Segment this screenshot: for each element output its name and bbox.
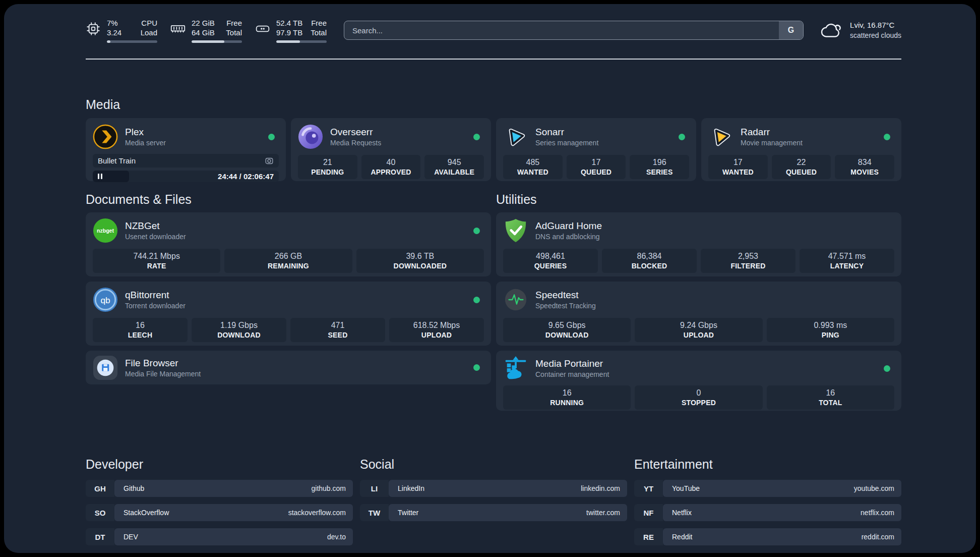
- developer-links-column: Developer GH Github github.com SO StackO…: [86, 446, 353, 552]
- app-card-radarr[interactable]: Radarr Movie management 17 WANTED 22 QUE…: [701, 118, 901, 181]
- link-github[interactable]: GH Github github.com: [86, 480, 353, 497]
- status-online-dot: [268, 134, 275, 140]
- cpu-progress-fill: [107, 40, 110, 43]
- top-bar: 7% 3.24 CPU Load: [86, 19, 901, 42]
- pause-icon[interactable]: [98, 174, 102, 179]
- social-links-column: Social LI LinkedIn linkedin.com TW Twitt…: [360, 446, 627, 552]
- app-name: Radarr: [741, 127, 803, 138]
- stat-label: RATE: [147, 262, 166, 270]
- app-card-filebrowser[interactable]: File Browser Media File Management: [86, 351, 491, 384]
- link-url: reddit.com: [862, 533, 894, 541]
- link-youtube[interactable]: YT YouTube youtube.com: [634, 480, 901, 497]
- stat-value: 17: [733, 158, 743, 167]
- cpu-progress-bar: [107, 40, 157, 43]
- stat-value: 0: [697, 388, 701, 398]
- dashboard-window: 7% 3.24 CPU Load: [4, 4, 976, 553]
- filebrowser-icon: [93, 355, 118, 380]
- app-description: DNS and adblocking: [535, 233, 602, 241]
- app-name: AdGuard Home: [535, 220, 602, 232]
- link-linkedin[interactable]: LI LinkedIn linkedin.com: [360, 480, 627, 497]
- stat-box: 485 WANTED: [503, 155, 563, 179]
- link-reddit[interactable]: RE Reddit reddit.com: [634, 528, 901, 545]
- status-online-dot: [473, 228, 480, 234]
- ram-free-label: Free: [226, 18, 242, 28]
- stat-label: DOWNLOADED: [394, 262, 447, 270]
- radarr-icon: [708, 124, 733, 149]
- ram-icon: [170, 21, 186, 36]
- section-title-social: Social: [360, 457, 627, 472]
- link-name: Twitter: [398, 509, 418, 517]
- stat-label: LEECH: [128, 331, 152, 339]
- disk-icon: [255, 21, 270, 36]
- nzbget-icon: nzbget: [93, 218, 118, 243]
- search-bar: G: [344, 21, 804, 40]
- stat-box: 498,461 QUERIES: [503, 249, 598, 273]
- app-card-speedtest[interactable]: Speedtest Speedtest Tracking 9.65 Gbps D…: [496, 282, 901, 346]
- plex-icon: [93, 124, 118, 149]
- disk-progress-bar: [276, 40, 327, 43]
- stat-value: 834: [858, 158, 872, 167]
- search-engine-button[interactable]: G: [779, 21, 803, 39]
- stat-box: 86,384 BLOCKED: [602, 249, 697, 273]
- link-abbr: GH: [86, 480, 114, 497]
- sonarr-icon: [503, 124, 528, 149]
- stat-value: 21: [323, 158, 332, 167]
- adguard-icon: [503, 218, 528, 243]
- section-title-entertainment: Entertainment: [634, 457, 901, 472]
- app-card-plex[interactable]: Plex Media server Bullet Train 24:44 / 0…: [86, 118, 286, 181]
- status-online-dot: [473, 364, 480, 371]
- link-name: StackOverflow: [124, 509, 169, 517]
- section-title-utilities: Utilities: [496, 192, 901, 207]
- stat-label: WANTED: [517, 168, 548, 176]
- stat-box: 9.24 Gbps UPLOAD: [635, 318, 762, 342]
- link-twitter[interactable]: TW Twitter twitter.com: [360, 504, 627, 521]
- stat-value: 39.6 TB: [406, 252, 434, 261]
- disk-free-value: 52.4 TB: [276, 18, 302, 28]
- stat-box: 1.19 Gbps DOWNLOAD: [192, 318, 286, 342]
- link-name: Github: [124, 484, 144, 492]
- link-abbr: YT: [634, 480, 663, 497]
- stat-label: STOPPED: [682, 399, 716, 407]
- app-card-nzbget[interactable]: nzbget NZBGet Usenet downloader 744.21 M…: [86, 212, 491, 276]
- app-name: Overseerr: [330, 127, 381, 138]
- ram-free-value: 22 GiB: [192, 18, 215, 28]
- link-stackoverflow[interactable]: SO StackOverflow stackoverflow.com: [86, 504, 353, 521]
- ram-stat-widget: 22 GiB 64 GiB Free Total: [170, 18, 242, 43]
- stat-box: 16 LEECH: [93, 318, 188, 342]
- stat-label: SEED: [328, 331, 348, 339]
- stat-value: 16: [136, 321, 145, 330]
- link-netflix[interactable]: NF Netflix netflix.com: [634, 504, 901, 521]
- app-description: Media Requests: [330, 139, 381, 147]
- stat-label: SERIES: [646, 168, 673, 176]
- stat-box: 47.571 ms LATENCY: [800, 249, 894, 273]
- link-url: netflix.com: [861, 509, 894, 517]
- link-dev[interactable]: DT DEV dev.to: [86, 528, 353, 545]
- stat-label: RUNNING: [550, 399, 584, 407]
- stat-value: 945: [448, 158, 461, 167]
- app-card-overseerr[interactable]: Overseerr Media Requests 21 PENDING 40 A…: [291, 118, 491, 181]
- link-url: github.com: [312, 484, 346, 492]
- disk-stat-widget: 52.4 TB 97.9 TB Free Total: [255, 18, 327, 43]
- app-card-sonarr[interactable]: Sonarr Series management 485 WANTED 17 Q…: [496, 118, 696, 181]
- app-description: Speedtest Tracking: [535, 302, 596, 310]
- link-url: dev.to: [327, 533, 346, 541]
- app-name: NZBGet: [125, 220, 186, 232]
- app-description: Usenet downloader: [125, 233, 186, 241]
- stat-value: 86,384: [637, 252, 662, 261]
- stat-value: 1.19 Gbps: [220, 321, 258, 330]
- svg-text:nzbget: nzbget: [97, 228, 114, 234]
- app-card-adguard[interactable]: AdGuard Home DNS and adblocking 498,461 …: [496, 212, 901, 276]
- cpu-usage-value: 7%: [107, 18, 121, 28]
- disk-total-label: Total: [311, 28, 327, 38]
- stat-label: UPLOAD: [421, 331, 452, 339]
- stat-label: AVAILABLE: [434, 168, 474, 176]
- app-card-qbittorrent[interactable]: qb qBittorrent Torrent downloader 16 LEE…: [86, 282, 491, 346]
- app-card-portainer[interactable]: Media Portainer Container management 16 …: [496, 351, 901, 411]
- stat-label: TOTAL: [819, 399, 842, 407]
- stat-box: 17 WANTED: [708, 155, 768, 179]
- stat-label: MOVIES: [850, 168, 879, 176]
- search-input[interactable]: [344, 21, 779, 39]
- link-url: twitter.com: [586, 509, 620, 517]
- link-url: youtube.com: [854, 484, 894, 492]
- stat-label: PING: [822, 331, 839, 339]
